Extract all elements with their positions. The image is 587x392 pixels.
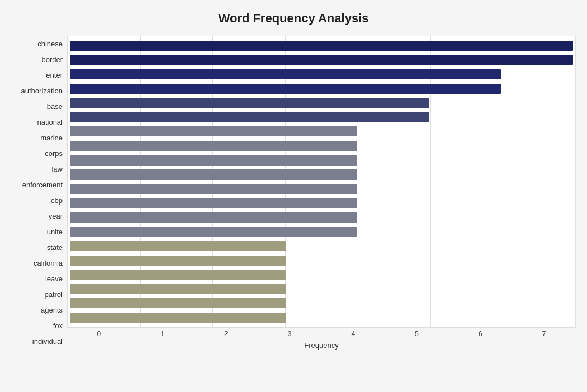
y-axis-label: year — [49, 212, 63, 220]
chart-container: Word Frequency Analysis chineseborderent… — [0, 0, 587, 392]
bar — [70, 313, 286, 323]
bar-row — [68, 83, 575, 95]
bar-row — [68, 54, 575, 66]
bar — [70, 41, 573, 51]
bar-row — [68, 40, 575, 52]
y-axis-label: enforcement — [22, 181, 63, 188]
y-axis-label: state — [47, 244, 63, 251]
bar — [70, 55, 573, 65]
bar-row — [68, 68, 575, 81]
x-tick: 6 — [449, 330, 513, 338]
bar — [70, 256, 286, 266]
y-axis-label: base — [47, 103, 63, 110]
x-tick: 7 — [512, 330, 576, 338]
x-ticks-row: 01234567 — [67, 328, 576, 338]
bar — [70, 126, 357, 136]
bar-row — [68, 183, 575, 195]
y-axis-label: fox — [53, 322, 63, 329]
bar — [70, 241, 286, 251]
bar-row — [68, 297, 575, 309]
y-axis-labels: chineseborderenterauthorizationbasenatio… — [11, 36, 67, 350]
bar — [70, 169, 357, 180]
bar-row — [68, 97, 575, 109]
x-tick: 5 — [385, 330, 449, 338]
bar-row — [68, 125, 575, 138]
bar — [70, 184, 357, 194]
y-axis-label: california — [34, 259, 63, 267]
bar-row — [68, 268, 575, 281]
bar-row — [68, 168, 575, 181]
x-tick: 3 — [258, 330, 321, 338]
x-tick: 1 — [131, 330, 195, 338]
grid-line — [575, 36, 576, 327]
y-axis-label: unite — [47, 228, 63, 235]
y-axis-label: chinese — [37, 40, 63, 48]
bar-row — [68, 211, 575, 224]
bar — [70, 227, 357, 237]
y-axis-label: patrol — [44, 291, 63, 298]
bars-area — [67, 36, 576, 328]
bar-row — [68, 311, 575, 324]
bar — [70, 69, 501, 79]
y-axis-label: national — [37, 119, 63, 126]
x-tick: 2 — [195, 330, 258, 338]
x-axis-wrapper: 01234567 Frequency — [67, 328, 576, 350]
y-axis-label: corps — [45, 150, 63, 157]
chart-title: Word Frequency Analysis — [11, 11, 576, 26]
y-axis-label: marine — [40, 134, 63, 141]
y-axis-label: agents — [41, 306, 63, 314]
bar-row — [68, 226, 575, 238]
bars-and-xaxis: 01234567 Frequency — [67, 36, 576, 350]
bar — [70, 198, 357, 208]
y-axis-label: leave — [45, 275, 63, 282]
x-tick: 4 — [321, 330, 385, 338]
bar-row — [68, 140, 575, 152]
y-axis-label: authorization — [21, 87, 63, 95]
y-axis-label: law — [51, 166, 63, 173]
chart-area: chineseborderenterauthorizationbasenatio… — [11, 36, 576, 350]
x-tick: 0 — [67, 330, 131, 338]
bar-row — [68, 111, 575, 124]
bar — [70, 284, 286, 294]
bar-row — [68, 254, 575, 267]
y-axis-label: individual — [32, 338, 63, 345]
bar — [70, 98, 429, 108]
bar — [70, 112, 429, 122]
bar — [70, 270, 286, 280]
bar-row — [68, 197, 575, 209]
bar — [70, 212, 357, 223]
bar — [70, 84, 501, 94]
y-axis-label: enter — [46, 72, 63, 79]
bar — [70, 141, 357, 151]
x-axis-title: Frequency — [304, 341, 338, 350]
y-axis-label: border — [41, 56, 63, 63]
bar-row — [68, 240, 575, 252]
bar-row — [68, 154, 575, 167]
bar-row — [68, 283, 575, 295]
bar — [70, 298, 286, 308]
bar — [70, 155, 357, 166]
y-axis-label: cbp — [51, 197, 63, 204]
